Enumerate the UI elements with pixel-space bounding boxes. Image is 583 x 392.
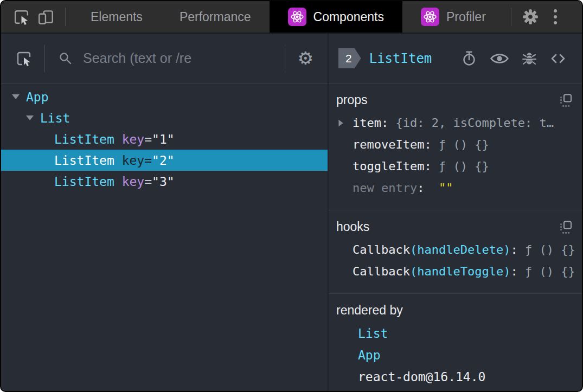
prop-key: Callback <box>353 243 410 256</box>
stopwatch-icon <box>460 50 478 67</box>
copy-props-button[interactable] <box>559 93 573 107</box>
component-tree: AppListListItem key="1"ListItem key="2"L… <box>1 83 328 391</box>
space <box>388 116 395 130</box>
toolbar-separator <box>511 8 511 26</box>
tree-row-app[interactable]: App <box>1 86 328 107</box>
prop-row-new-entry[interactable]: new entry: "" <box>334 177 575 199</box>
section-title: hooks <box>336 220 369 234</box>
tree-row-listitem[interactable]: ListItem key="2" <box>1 150 328 171</box>
tab-profiler[interactable]: Profiler <box>402 1 504 33</box>
prop-row-callback[interactable]: Callback(handleToggle): ƒ () {} <box>334 261 575 282</box>
equals-sign: = <box>144 153 152 168</box>
prop-row-item[interactable]: item: {id: 2, isComplete: t… <box>334 112 575 134</box>
prop-key: new entry <box>353 181 417 195</box>
search-input[interactable] <box>82 50 285 67</box>
expander-box[interactable] <box>26 115 40 120</box>
inspect-dom-button[interactable] <box>490 52 509 66</box>
owner-link[interactable]: App <box>358 348 381 362</box>
expander-box[interactable] <box>12 94 26 99</box>
prop-row-toggleitem[interactable]: toggleItem: ƒ () {} <box>334 156 575 177</box>
toolbar-separator <box>65 8 66 26</box>
rendered-by-row: App <box>334 344 575 366</box>
view-source-button[interactable] <box>549 50 567 67</box>
tab-components[interactable]: Components <box>270 1 402 33</box>
chevron-down-icon <box>12 94 20 99</box>
equals-sign: = <box>144 132 152 146</box>
tab-label: Performance <box>180 10 251 24</box>
prop-row-removeitem[interactable]: removeItem: ƒ () {} <box>334 134 575 156</box>
react-logo-icon <box>421 8 439 26</box>
owner-link[interactable]: List <box>358 326 388 340</box>
section-title: rendered by <box>336 303 403 318</box>
separator <box>44 45 45 72</box>
space <box>114 132 122 146</box>
copy-icon <box>559 93 573 107</box>
tree-row-listitem[interactable]: ListItem key="3" <box>1 171 328 192</box>
section-title: props <box>336 93 368 107</box>
chevron-right-icon[interactable] <box>338 120 343 127</box>
tree-row-list[interactable]: List <box>1 107 328 128</box>
space <box>114 175 122 189</box>
devtools-toolbar: Elements Performance Components <box>1 1 582 34</box>
device-toolbar-icon <box>37 8 55 26</box>
copy-hooks-button[interactable] <box>559 220 573 234</box>
prop-key: Callback <box>353 265 410 278</box>
space <box>518 265 525 278</box>
inspect-element-button[interactable] <box>9 1 34 33</box>
prop-key: item <box>353 116 381 130</box>
kebab-menu-icon <box>554 9 557 24</box>
gear-icon <box>521 8 540 26</box>
tab-performance[interactable]: Performance <box>161 1 270 33</box>
component-name: App <box>26 90 49 104</box>
key-value: "3" <box>152 175 175 189</box>
eye-icon <box>490 52 509 66</box>
key-attribute: key <box>122 175 145 189</box>
component-name: List <box>40 111 70 125</box>
prop-value: ƒ () {} <box>439 159 489 173</box>
prop-value: ƒ () {} <box>525 243 575 256</box>
component-tree-pane: ⚙ AppListListItem key="1"ListItem key="2… <box>1 34 329 391</box>
component-details-pane: 2 ListItem <box>329 34 582 391</box>
details-header: 2 ListItem <box>329 34 582 83</box>
space <box>518 243 525 256</box>
key-attribute: key <box>122 132 145 146</box>
component-name: ListItem <box>54 132 114 146</box>
bug-icon <box>521 50 537 67</box>
log-to-console-button[interactable] <box>521 50 537 67</box>
renderer-version: react-dom@16.14.0 <box>358 370 485 384</box>
colon: : <box>417 181 424 195</box>
search-icon <box>58 51 73 66</box>
suspense-toggle-button[interactable] <box>460 50 478 67</box>
tree-row-listitem[interactable]: ListItem key="1" <box>1 128 328 150</box>
gear-icon: ⚙ <box>297 48 313 69</box>
devtools-window: Elements Performance Components <box>0 0 583 392</box>
device-toolbar-button[interactable] <box>34 1 59 33</box>
space <box>424 181 439 195</box>
prop-value: {id: 2, isComplete: t… <box>395 116 553 130</box>
devtools-menu-button[interactable] <box>543 1 568 33</box>
pick-component-button[interactable] <box>15 50 33 67</box>
react-logo-icon <box>288 8 306 26</box>
rendered-by-row: List <box>334 323 575 344</box>
code-brackets-icon <box>549 50 567 67</box>
key-attribute: key <box>122 153 145 168</box>
prop-value: ƒ () {} <box>525 265 575 278</box>
key-value: "1" <box>152 132 175 146</box>
section-hooks: hooks Callback(handleDelete): ƒ () {}Cal… <box>329 210 582 294</box>
tree-toolbar: ⚙ <box>1 34 328 83</box>
space <box>432 138 439 151</box>
tree-settings-button[interactable]: ⚙ <box>297 49 313 67</box>
prop-row-callback[interactable]: Callback(handleDelete): ƒ () {} <box>334 239 575 261</box>
hook-name: (handleToggle) <box>410 265 510 278</box>
colon: : <box>424 138 431 151</box>
tab-elements[interactable]: Elements <box>72 1 161 33</box>
colon: : <box>424 159 431 173</box>
component-name: ListItem <box>54 153 114 168</box>
owners-stack-badge[interactable]: 2 <box>338 48 361 68</box>
tab-label: Components <box>313 10 384 24</box>
inspect-cursor-icon <box>15 50 33 67</box>
prop-value[interactable]: "" <box>439 181 453 195</box>
space <box>432 159 439 173</box>
devtools-settings-button[interactable] <box>518 1 543 33</box>
prop-value: ƒ () {} <box>439 138 489 151</box>
